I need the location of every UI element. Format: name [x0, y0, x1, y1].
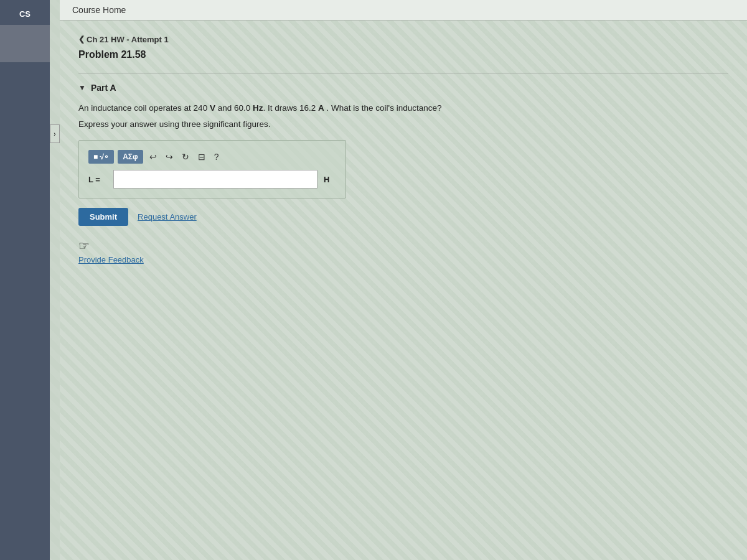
button-row: Submit Request Answer [78, 208, 728, 226]
expand-sidebar-button[interactable]: › [50, 124, 60, 143]
keyboard-button[interactable]: ⊟ [195, 151, 208, 163]
undo-icon: ↩ [149, 152, 157, 162]
submit-button[interactable]: Submit [78, 208, 128, 226]
course-home-title: Course Home [72, 5, 126, 15]
problem-title: Problem 21.58 [78, 49, 728, 60]
request-answer-link[interactable]: Request Answer [138, 212, 197, 222]
chevron-right-icon: › [54, 131, 55, 138]
redo-button[interactable]: ↪ [163, 151, 176, 163]
main-content: Course Home Ch 21 HW - Attempt 1 Problem… [60, 0, 747, 560]
instruction-text: Express your answer using three signific… [78, 118, 728, 131]
answer-input[interactable] [113, 170, 317, 189]
math-button[interactable]: ■ √∘ [88, 150, 114, 164]
answer-toolbar: ■ √∘ ΑΣφ ↩ ↪ ↻ ⊟ [88, 150, 336, 164]
help-button[interactable]: ? [212, 151, 222, 163]
keyboard-icon: ⊟ [198, 152, 205, 162]
feedback-section: ☞ Provide Feedback [78, 238, 728, 264]
unit-label: H [324, 175, 336, 184]
cursor-hand-icon: ☞ [78, 238, 90, 253]
input-label: L = [88, 175, 107, 184]
redo-icon: ↪ [166, 152, 173, 162]
top-bar: Course Home [60, 0, 747, 21]
question-text: An inductance coil operates at 240 V and… [78, 102, 728, 114]
refresh-icon: ↻ [182, 152, 189, 162]
answer-box: ■ √∘ ΑΣφ ↩ ↪ ↻ ⊟ [78, 140, 346, 198]
undo-button[interactable]: ↩ [147, 151, 159, 163]
divider-top [78, 73, 728, 73]
input-row: L = H [88, 170, 336, 189]
provide-feedback-link[interactable]: Provide Feedback [78, 255, 144, 264]
sidebar-label: CS [19, 9, 31, 19]
part-header: ▼ Part A [78, 83, 728, 93]
sidebar-colored-block [0, 25, 50, 62]
refresh-button[interactable]: ↻ [179, 151, 192, 163]
part-label: Part A [91, 83, 116, 93]
help-icon: ? [214, 152, 219, 162]
back-link[interactable]: Ch 21 HW - Attempt 1 [78, 35, 169, 44]
sidebar: CS [0, 0, 50, 560]
sqrt-icon: ■ [93, 152, 98, 161]
collapse-part-icon[interactable]: ▼ [78, 83, 86, 92]
greek-button[interactable]: ΑΣφ [118, 150, 143, 164]
content-area: Ch 21 HW - Attempt 1 Problem 21.58 ▼ Par… [60, 21, 747, 560]
